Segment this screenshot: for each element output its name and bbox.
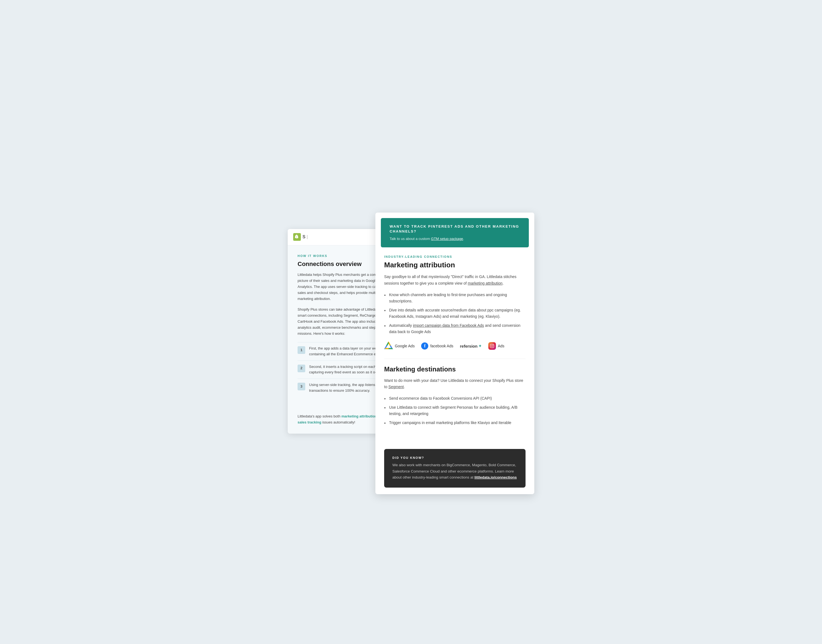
refersion-logo: refersion✦ <box>460 344 482 348</box>
svg-point-5 <box>493 345 493 345</box>
footer-text-3: issues automatically! <box>321 420 355 424</box>
shopify-icon <box>294 235 299 239</box>
banner-body-text: Talk to us about a custom <box>390 237 431 241</box>
attribution-bullet-1: Know which channels are leading to first… <box>384 292 526 304</box>
marketing-destinations-intro: Want to do more with your data? Use Litt… <box>384 377 526 391</box>
google-ads-icon <box>384 342 393 350</box>
destinations-bullet-2: Use Littledata to connect with Segment P… <box>384 404 526 417</box>
marketing-attribution-link[interactable]: marketing attribution <box>341 414 377 418</box>
instagram-ads-label: Ads <box>498 344 505 348</box>
industry-connections-eyebrow: INDUSTRY-LEADING CONNECTIONS <box>384 255 526 258</box>
footer-text-1: Littledata's app solves both <box>298 414 341 418</box>
banner-teal: WANT TO TRACK PINTEREST ADS AND OTHER MA… <box>381 218 529 248</box>
section-divider <box>384 359 526 359</box>
instagram-ads-logo: Ads <box>488 342 505 350</box>
banner-title: WANT TO TRACK PINTEREST ADS AND OTHER MA… <box>390 224 520 234</box>
import-campaign-link[interactable]: import campaign data from Facebook Ads <box>413 323 484 328</box>
front-card-content: INDUSTRY-LEADING CONNECTIONS Marketing a… <box>376 247 534 442</box>
marketing-attribution-title: Marketing attribution <box>384 261 526 270</box>
intro-end: . <box>503 281 504 285</box>
shopify-bag-icon <box>293 233 301 241</box>
shopify-text: S | <box>302 235 308 239</box>
attribution-bullet-2: Dive into details with accurate source/m… <box>384 307 526 320</box>
facebook-ads-label: facebook Ads <box>430 344 453 348</box>
google-ads-label: Google Ads <box>395 344 414 348</box>
destinations-bullet-3: Trigger campaigns in email marketing pla… <box>384 420 526 426</box>
instagram-icon <box>488 342 496 350</box>
banner-body-end: . <box>463 237 464 241</box>
facebook-icon: f <box>421 342 428 350</box>
marketing-destinations-title: Marketing destinations <box>384 365 526 373</box>
refersion-text: refersion✦ <box>460 344 482 348</box>
destinations-bullet-list: Send ecommerce data to Facebook Conversi… <box>384 395 526 426</box>
google-ads-logo: Google Ads <box>384 342 414 350</box>
attribution-bullet-3: Automatically import campaign data from … <box>384 322 526 335</box>
destinations-intro-text: Want to do more with your data? Use Litt… <box>384 378 523 389</box>
gtm-setup-link[interactable]: GTM setup package <box>431 237 463 241</box>
sales-tracking-link[interactable]: sales tracking <box>298 420 321 424</box>
banner-body: Talk to us about a custom GTM setup pack… <box>390 236 520 242</box>
did-you-know-box: DID YOU KNOW? We also work with merchant… <box>384 449 526 488</box>
bottom-padding <box>376 488 534 494</box>
segment-link[interactable]: Segment <box>388 385 404 389</box>
littledata-link[interactable]: littledata.io/connections <box>474 475 517 479</box>
scene: S | HOW IT WORKS Connections overview Li… <box>288 213 534 432</box>
marketing-attribution-intro: Say goodbye to all of that mysteriously … <box>384 274 526 287</box>
step-number-3: 3 <box>298 383 305 390</box>
svg-rect-3 <box>490 344 494 348</box>
step-number-1: 1 <box>298 346 305 354</box>
did-you-know-eyebrow: DID YOU KNOW? <box>393 456 517 459</box>
destinations-bullet-1: Send ecommerce data to Facebook Conversi… <box>384 395 526 402</box>
svg-point-4 <box>491 345 493 347</box>
marketing-attribution-intro-link[interactable]: marketing attribution <box>468 281 503 285</box>
refersion-star-icon: ✦ <box>478 344 482 348</box>
instagram-svg <box>490 344 494 348</box>
destinations-intro-end: . <box>404 385 405 389</box>
logo-row: Google Ads f facebook Ads refersion✦ <box>384 342 526 350</box>
front-card: WANT TO TRACK PINTEREST ADS AND OTHER MA… <box>376 213 534 494</box>
attribution-bullet-list: Know which channels are leading to first… <box>384 292 526 335</box>
did-you-know-text: We also work with merchants on BigCommer… <box>393 462 517 480</box>
step-number-2: 2 <box>298 365 305 372</box>
shopify-logo: S | <box>293 233 308 241</box>
facebook-ads-logo: f facebook Ads <box>421 342 453 350</box>
